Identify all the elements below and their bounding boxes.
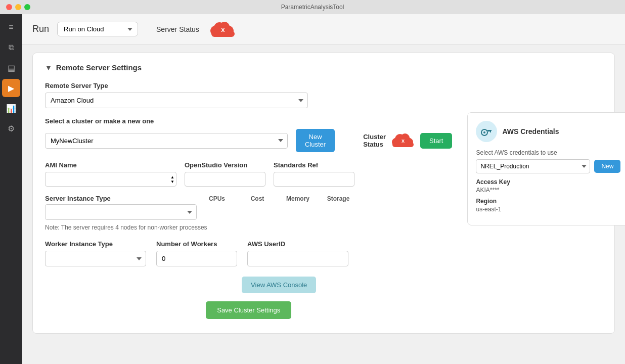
aws-cred-title: AWS Credentials (502, 127, 559, 135)
cluster-select[interactable]: MyNewCluster (45, 133, 288, 149)
remote-server-type-row: Remote Server Type Amazon Cloud (45, 82, 602, 108)
chart-icon: 📊 (6, 104, 16, 113)
cluster-section-label: Select a cluster or make a new one (45, 117, 452, 125)
sidebar-item-menu[interactable]: ≡ (2, 18, 20, 36)
standards-ref-group: Standards Ref (274, 161, 354, 187)
server-instance-headers: Server Instance Type CPUs Cost Memory St… (45, 195, 452, 202)
worker-row: Worker Instance Type Number of Workers (45, 240, 452, 266)
standards-ref-label: Standards Ref (274, 161, 354, 169)
collapse-arrow[interactable]: ▼ (45, 64, 52, 72)
key-icon (480, 125, 493, 138)
sidebar-item-copy[interactable]: ⧉ (2, 38, 20, 57)
access-key-label: Access Key (476, 178, 620, 186)
section-header: ▼ Remote Server Settings (45, 63, 602, 72)
run-label: Run (32, 24, 49, 34)
main-content: Run Run on Cloud Run Locally Server Stat… (22, 14, 625, 364)
cluster-status-indicator: x (391, 132, 415, 149)
menu-icon: ≡ (9, 23, 13, 32)
window-controls (6, 4, 30, 10)
aws-cred-select-label: Select AWS credentials to use (476, 149, 620, 156)
cluster-select-wrap: MyNewCluster (45, 133, 288, 149)
openstudio-version-label: OpenStudio Version (185, 161, 265, 169)
access-key-value: AKIA**** (476, 187, 620, 194)
server-instance-type-label: Server Instance Type (45, 195, 197, 202)
cluster-status-x: x (401, 138, 405, 144)
aws-cred-header: AWS Credentials (476, 121, 620, 142)
window-title: ParametricAnalysisTool (281, 4, 344, 11)
aws-credentials-select[interactable]: NREL_Production (476, 159, 590, 173)
ami-name-group: AMI Name ▲ ▼ (45, 161, 176, 187)
title-bar: ParametricAnalysisTool (0, 0, 625, 14)
view-aws-area: View AWS Console (106, 277, 452, 293)
aws-key-icon (476, 121, 497, 142)
region-value: us-east-1 (476, 206, 620, 213)
remote-server-type-group: Remote Server Type Amazon Cloud (45, 82, 308, 108)
server-status-x: x (221, 25, 225, 33)
save-area: Save Cluster Settings (45, 301, 452, 319)
new-credentials-button[interactable]: New (594, 160, 620, 173)
number-of-workers-group: Number of Workers (156, 240, 237, 266)
panel: ▼ Remote Server Settings Remote Server T… (22, 44, 625, 364)
gear-icon: ⚙ (8, 124, 15, 133)
minimize-button[interactable] (15, 4, 21, 10)
ami-name-input[interactable] (45, 172, 176, 187)
aws-credentials-panel: AWS Credentials Select AWS credentials t… (467, 112, 624, 225)
sidebar-item-layers[interactable]: ▤ (2, 59, 20, 77)
app-body: ≡ ⧉ ▤ ▶ 📊 ⚙ Run Run on Cloud Run Locally… (0, 14, 625, 364)
worker-instance-type-select[interactable] (45, 251, 146, 266)
number-of-workers-input[interactable] (156, 251, 237, 266)
aws-userid-label: AWS UserID (247, 240, 348, 248)
aws-userid-input[interactable] (247, 251, 348, 266)
openstudio-version-input[interactable] (185, 172, 265, 187)
note-text: Note: The server requires 4 nodes for no… (45, 224, 452, 231)
sidebar-item-chart[interactable]: 📊 (2, 99, 20, 117)
layers-icon: ▤ (8, 63, 15, 73)
server-status-label: Server Status (156, 25, 199, 33)
openstudio-version-group: OpenStudio Version (185, 161, 265, 187)
memory-header: Memory (278, 195, 318, 202)
top-bar: Run Run on Cloud Run Locally Server Stat… (22, 14, 625, 44)
worker-instance-type-label: Worker Instance Type (45, 240, 146, 248)
sidebar-item-run[interactable]: ▶ (2, 79, 20, 97)
svg-point-14 (483, 131, 485, 133)
remote-server-type-select[interactable]: Amazon Cloud (45, 93, 308, 108)
ami-row: AMI Name ▲ ▼ OpenStudio (45, 161, 452, 187)
start-button[interactable]: Start (420, 133, 452, 149)
close-button[interactable] (6, 4, 12, 10)
standards-ref-input[interactable] (274, 172, 354, 187)
server-instance-type-select[interactable] (45, 204, 197, 220)
cluster-row: MyNewCluster New Cluster Cluster Status (45, 129, 452, 152)
cred-row: NREL_Production New (476, 159, 620, 173)
cost-header: Cost (237, 195, 278, 202)
left-content: Select a cluster or make a new one MyNew… (45, 117, 452, 319)
sidebar-item-settings[interactable]: ⚙ (2, 119, 20, 138)
maximize-button[interactable] (24, 4, 30, 10)
worker-instance-type-group: Worker Instance Type (45, 240, 146, 266)
remote-server-type-label: Remote Server Type (45, 82, 308, 89)
aws-credentials-card: AWS Credentials Select AWS credentials t… (467, 112, 625, 225)
server-status-indicator: x (209, 20, 237, 39)
play-icon: ▶ (8, 83, 14, 93)
cluster-status-label: Cluster Status (363, 133, 386, 148)
ami-name-label: AMI Name (45, 161, 176, 169)
run-mode-select[interactable]: Run on Cloud Run Locally (57, 22, 138, 36)
region-label: Region (476, 198, 620, 205)
storage-header: Storage (318, 195, 359, 202)
number-of-workers-label: Number of Workers (156, 240, 237, 248)
cpus-header: CPUs (197, 195, 237, 202)
remote-server-settings-card: ▼ Remote Server Settings Remote Server T… (32, 53, 615, 334)
sidebar: ≡ ⧉ ▤ ▶ 📊 ⚙ (0, 14, 22, 364)
server-instance-row (45, 204, 452, 220)
cluster-status-area: Cluster Status (363, 132, 452, 149)
ami-spinner[interactable]: ▲ ▼ (170, 175, 174, 184)
save-cluster-settings-button[interactable]: Save Cluster Settings (206, 301, 291, 319)
view-aws-console-button[interactable]: View AWS Console (242, 277, 316, 293)
copy-icon: ⧉ (9, 43, 14, 52)
new-cluster-button[interactable]: New Cluster (296, 129, 335, 152)
aws-userid-group: AWS UserID (247, 240, 348, 266)
section-title: Remote Server Settings (56, 63, 142, 72)
